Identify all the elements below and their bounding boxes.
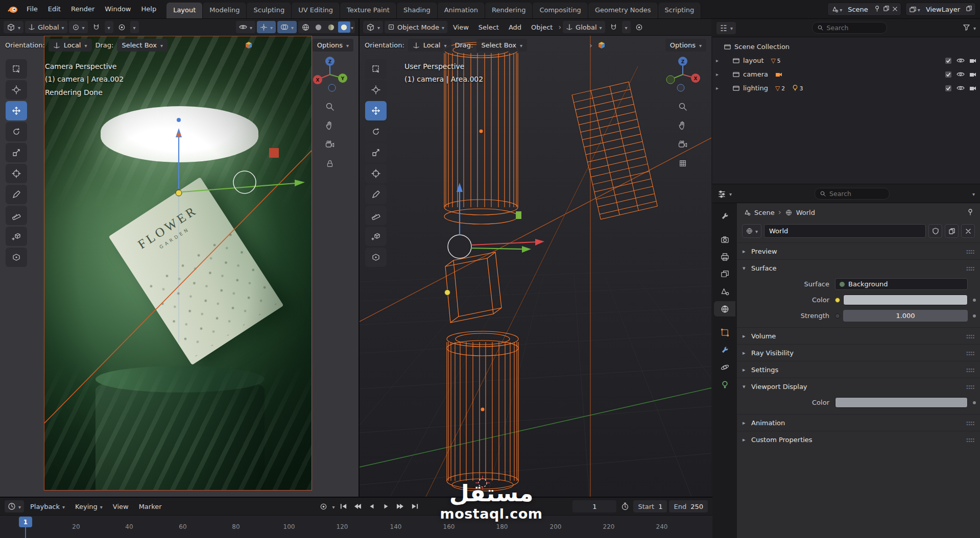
checkbox-icon[interactable] bbox=[945, 57, 952, 64]
chevron-down-icon[interactable] bbox=[332, 503, 334, 510]
scene-icon[interactable] bbox=[831, 6, 842, 13]
properties-editor-icon[interactable] bbox=[718, 189, 726, 198]
drag-dropdown[interactable]: Select Box bbox=[117, 39, 167, 52]
panel-custom-properties[interactable]: ▸ Custom Properties bbox=[737, 431, 980, 448]
playhead[interactable]: 1 bbox=[19, 517, 32, 527]
disclosure-icon[interactable]: ▸ bbox=[716, 58, 724, 63]
orthographic-grid-icon[interactable] bbox=[677, 157, 689, 169]
gizmos-dropdown[interactable] bbox=[257, 21, 276, 33]
tab-modeling[interactable]: Modeling bbox=[203, 3, 247, 18]
fake-user-shield-icon[interactable] bbox=[928, 224, 942, 238]
jump-prev-keyframe-button[interactable] bbox=[351, 501, 364, 512]
viewport-color-swatch[interactable] bbox=[835, 397, 968, 408]
collection-name[interactable]: layout bbox=[740, 57, 764, 64]
proportional-editing-toggle[interactable] bbox=[115, 21, 129, 33]
menu-view[interactable]: View bbox=[109, 503, 133, 510]
scene-name[interactable]: Scene bbox=[845, 6, 871, 13]
disclosure-icon[interactable]: ▸ bbox=[716, 71, 724, 77]
checkbox-icon[interactable] bbox=[945, 71, 952, 78]
menu-file[interactable]: File bbox=[21, 0, 43, 18]
outliner-row-scene-collection[interactable]: Scene Collection bbox=[712, 40, 980, 54]
tab-output-properties[interactable] bbox=[714, 249, 735, 264]
proportional-falloff-dropdown[interactable] bbox=[130, 21, 139, 33]
panel-ray-visibility[interactable]: ▸ Ray Visibility bbox=[737, 344, 980, 361]
tab-animation[interactable]: Animation bbox=[438, 3, 485, 18]
shading-solid-button[interactable] bbox=[313, 21, 325, 33]
transform-orientation-dropdown[interactable]: Global bbox=[563, 21, 605, 33]
collection-name[interactable]: lighting bbox=[740, 84, 768, 92]
jump-to-end-button[interactable] bbox=[409, 501, 421, 512]
editor-type-selector[interactable] bbox=[363, 21, 383, 33]
frame-start-field[interactable]: Start1 bbox=[633, 500, 667, 512]
menu-marker[interactable]: Marker bbox=[135, 503, 166, 510]
jump-next-keyframe-button[interactable] bbox=[394, 501, 407, 512]
transform-tool[interactable] bbox=[6, 164, 27, 183]
measure-tool[interactable] bbox=[365, 206, 387, 225]
add-cube-tool[interactable] bbox=[6, 227, 27, 246]
breadcrumb-scene[interactable]: Scene bbox=[754, 209, 775, 216]
animate-dot-icon[interactable] bbox=[973, 401, 976, 404]
mode-dropdown[interactable]: Object Mode bbox=[385, 21, 447, 33]
extra-tool[interactable] bbox=[6, 248, 27, 267]
collection-name[interactable]: Scene Collection bbox=[731, 43, 790, 51]
menu-render[interactable]: Render bbox=[66, 0, 100, 18]
gizmo-cube-icon[interactable] bbox=[244, 41, 253, 50]
shading-wireframe-button[interactable] bbox=[300, 21, 312, 33]
drag-dropdown[interactable]: Select Box bbox=[476, 39, 527, 52]
object-visibility-dropdown[interactable] bbox=[236, 21, 255, 33]
viewport-rendered[interactable]: Global bbox=[0, 19, 360, 497]
panel-grip-icon[interactable] bbox=[966, 264, 974, 272]
overlays-dropdown[interactable] bbox=[277, 21, 297, 33]
tab-compositing[interactable]: Compositing bbox=[533, 3, 588, 18]
panel-grip-icon[interactable] bbox=[966, 349, 974, 357]
pan-hand-icon[interactable] bbox=[324, 119, 336, 132]
annotate-tool[interactable] bbox=[365, 185, 387, 204]
overflow-chevron-icon[interactable] bbox=[589, 41, 592, 50]
tab-scripting[interactable]: Scripting bbox=[658, 3, 702, 18]
tab-modifier-properties[interactable] bbox=[714, 342, 735, 357]
panel-preview[interactable]: ▸ Preview bbox=[737, 242, 980, 259]
viewport-canvas[interactable]: User Perspective (1) camera | Area.002 O… bbox=[360, 36, 711, 497]
jump-to-start-button[interactable] bbox=[337, 501, 350, 512]
pin-icon[interactable] bbox=[967, 208, 974, 217]
filter-icon[interactable] bbox=[963, 23, 970, 33]
tab-geometry-nodes[interactable]: Geometry Nodes bbox=[588, 3, 658, 18]
add-cube-tool[interactable] bbox=[365, 227, 387, 246]
outliner-row-layout[interactable]: ▸ layout ▽5 bbox=[712, 54, 980, 67]
duplicate-viewlayer-icon[interactable] bbox=[966, 5, 972, 13]
world-name-field[interactable]: World bbox=[764, 224, 926, 238]
surface-type-menu[interactable]: Background bbox=[835, 278, 968, 290]
menu-playback[interactable]: Playback bbox=[26, 503, 69, 510]
gizmo-cube-icon[interactable] bbox=[597, 41, 606, 50]
viewport-canvas[interactable]: FLOWER GARDEN bbox=[0, 36, 358, 497]
scale-tool[interactable] bbox=[365, 143, 387, 162]
shading-rendered-button[interactable] bbox=[338, 21, 350, 33]
navigation-gizmo[interactable]: Z X Y bbox=[310, 55, 349, 94]
rotate-tool[interactable] bbox=[365, 122, 387, 141]
tab-viewlayer-properties[interactable] bbox=[714, 266, 735, 282]
tab-tool-properties[interactable] bbox=[714, 208, 735, 224]
editor-type-selector[interactable] bbox=[4, 21, 23, 33]
timeline-editor-type-selector[interactable] bbox=[5, 500, 24, 512]
tab-world-properties[interactable] bbox=[714, 301, 735, 316]
camera-view-icon[interactable] bbox=[677, 138, 689, 151]
tab-render-properties[interactable] bbox=[714, 232, 735, 247]
camera-toggle-icon[interactable] bbox=[969, 58, 976, 64]
proportional-editing-toggle[interactable] bbox=[632, 21, 646, 33]
select-box-tool[interactable] bbox=[6, 59, 27, 79]
camera-render-region[interactable]: FLOWER GARDEN bbox=[44, 36, 312, 491]
tab-rendering[interactable]: Rendering bbox=[485, 3, 533, 18]
collection-name[interactable]: camera bbox=[740, 70, 768, 78]
animate-dot-icon[interactable] bbox=[973, 299, 976, 302]
tab-texture-paint[interactable]: Texture Paint bbox=[340, 3, 397, 18]
options-dropdown[interactable]: Options bbox=[665, 39, 706, 52]
tab-uv-editing[interactable]: UV Editing bbox=[292, 3, 340, 18]
outliner-display-mode[interactable] bbox=[716, 22, 736, 34]
panel-surface[interactable]: ▾ Surface bbox=[737, 259, 980, 276]
tab-physics-properties[interactable] bbox=[714, 359, 735, 375]
viewlayer-name[interactable]: ViewLayer bbox=[923, 6, 963, 13]
tab-shading[interactable]: Shading bbox=[397, 3, 438, 18]
options-dropdown[interactable]: Options bbox=[313, 39, 353, 52]
snapping-dropdown[interactable] bbox=[105, 21, 113, 33]
panel-animation[interactable]: ▸ Animation bbox=[737, 414, 980, 431]
